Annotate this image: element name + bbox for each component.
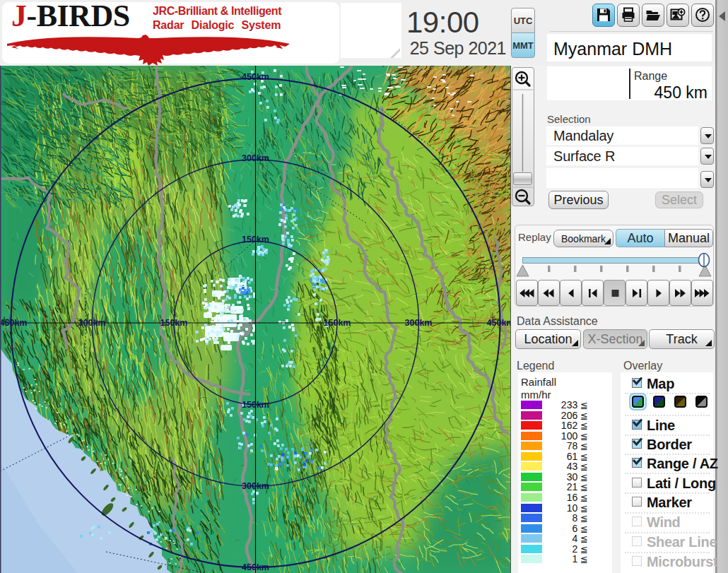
svg-text:450km: 450km: [487, 318, 511, 328]
svg-text:150km: 150km: [242, 400, 269, 410]
svg-text:300km: 300km: [242, 481, 269, 491]
svg-text:450km: 450km: [242, 562, 269, 572]
svg-text:150km: 150km: [242, 235, 269, 244]
svg-text:300km: 300km: [78, 318, 106, 328]
svg-text:450km: 450km: [0, 318, 27, 328]
svg-text:150km: 150km: [160, 318, 188, 328]
svg-text:450km: 450km: [242, 72, 269, 82]
svg-text:300km: 300km: [242, 153, 269, 163]
svg-text:150km: 150km: [324, 318, 351, 328]
svg-text:300km: 300km: [405, 318, 433, 328]
